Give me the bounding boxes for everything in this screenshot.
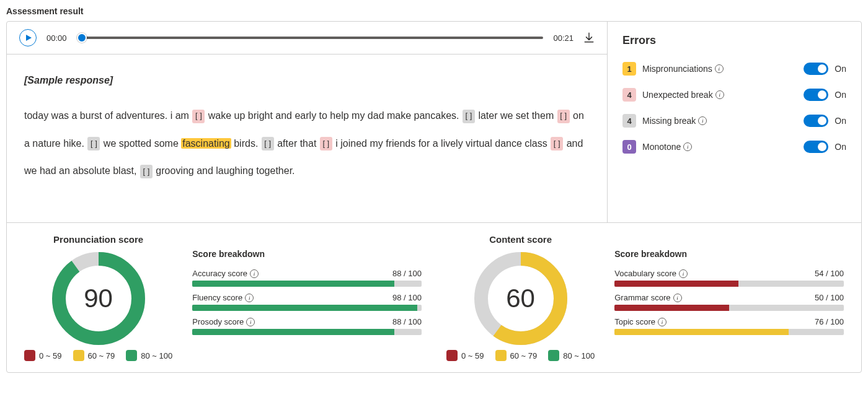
legend-swatch bbox=[126, 350, 137, 361]
info-icon[interactable]: i bbox=[250, 269, 259, 278]
score-title: Content score bbox=[489, 234, 552, 245]
error-left: 1Mispronunciationsi bbox=[622, 62, 724, 76]
breakdown-head: Vocabulary scorei54 / 100 bbox=[614, 269, 844, 278]
scores-row: Pronunciation score900 ~ 5960 ~ 7980 ~ 1… bbox=[7, 222, 861, 372]
info-icon[interactable]: i bbox=[658, 318, 666, 326]
score-breakdown: Score breakdownAccuracy scorei88 / 100Fl… bbox=[192, 234, 422, 361]
score-bar bbox=[192, 305, 422, 311]
score-title: Pronunciation score bbox=[53, 234, 143, 245]
error-left: 4Unexpected breaki bbox=[622, 88, 724, 102]
donut-chart: 90 bbox=[52, 252, 145, 345]
unexpected-break-marker[interactable]: [ ] bbox=[192, 110, 205, 123]
toggle-knob bbox=[818, 142, 826, 151]
unexpected-break-marker[interactable]: [ ] bbox=[557, 110, 570, 123]
error-left: 4Missing breaki bbox=[622, 114, 707, 128]
info-icon[interactable]: i bbox=[683, 142, 692, 151]
missing-break-marker[interactable]: [ ] bbox=[140, 165, 153, 178]
donut-value: 90 bbox=[84, 284, 113, 313]
error-toggle[interactable] bbox=[804, 141, 828, 153]
breakdown-label: Topic scorei bbox=[614, 317, 666, 326]
missing-break-marker[interactable]: [ ] bbox=[262, 137, 274, 150]
breakdown-label: Prosody scorei bbox=[192, 317, 255, 326]
breakdown-label: Grammar scorei bbox=[614, 293, 681, 302]
breakdown-row: Vocabulary scorei54 / 100 bbox=[614, 269, 844, 287]
error-row: 1MispronunciationsiOn bbox=[622, 62, 846, 76]
slider-track bbox=[77, 37, 544, 39]
missing-break-marker[interactable]: [ ] bbox=[463, 110, 475, 123]
errors-list: 1MispronunciationsiOn4Unexpected breakiO… bbox=[622, 62, 846, 154]
error-toggle[interactable] bbox=[804, 89, 828, 101]
breakdown-value: 50 / 100 bbox=[815, 293, 844, 302]
error-toggle[interactable] bbox=[804, 115, 828, 127]
score-bar-fill bbox=[192, 305, 417, 311]
info-icon[interactable]: i bbox=[246, 318, 255, 326]
score-bar-fill bbox=[192, 281, 394, 287]
score-bar-fill bbox=[192, 329, 394, 335]
score-bar-fill bbox=[614, 281, 738, 287]
breakdown-value: 98 / 100 bbox=[392, 293, 422, 302]
toggle-state: On bbox=[835, 116, 846, 126]
breakdown-row: Topic scorei76 / 100 bbox=[614, 317, 844, 335]
score-bar bbox=[192, 281, 422, 287]
info-icon[interactable]: i bbox=[679, 269, 688, 278]
left-column: 00:00 00:21 [Sample response] today was … bbox=[7, 22, 607, 222]
top-row: 00:00 00:21 [Sample response] today was … bbox=[7, 22, 861, 222]
donut-chart: 60 bbox=[474, 252, 567, 345]
legend-label: 0 ~ 59 bbox=[39, 351, 62, 360]
error-label: Monotonei bbox=[642, 142, 692, 152]
breakdown-row: Prosody scorei88 / 100 bbox=[192, 317, 422, 335]
info-icon[interactable]: i bbox=[715, 64, 724, 73]
breakdown-label: Vocabulary scorei bbox=[614, 269, 688, 278]
legend-swatch bbox=[548, 350, 559, 361]
score-main: Pronunciation score900 ~ 5960 ~ 7980 ~ 1… bbox=[24, 234, 422, 361]
score-bar bbox=[192, 329, 422, 335]
donut-side: Content score600 ~ 5960 ~ 7980 ~ 100 bbox=[446, 234, 595, 361]
content-block: Content score600 ~ 5960 ~ 7980 ~ 100Scor… bbox=[446, 234, 844, 361]
error-row: 0MonotoneiOn bbox=[622, 140, 846, 154]
score-bar-fill bbox=[614, 305, 729, 311]
play-icon bbox=[25, 34, 32, 41]
breakdown-row: Fluency scorei98 / 100 bbox=[192, 293, 422, 311]
legend-swatch bbox=[446, 350, 458, 361]
toggle-state: On bbox=[835, 142, 846, 152]
unexpected-break-marker[interactable]: [ ] bbox=[551, 137, 563, 150]
breakdown-label: Fluency scorei bbox=[192, 293, 254, 302]
breakdown-head: Fluency scorei98 / 100 bbox=[192, 293, 422, 302]
donut-side: Pronunciation score900 ~ 5960 ~ 7980 ~ 1… bbox=[24, 234, 172, 361]
audio-player: 00:00 00:21 bbox=[7, 22, 607, 55]
legend-item: 60 ~ 79 bbox=[73, 350, 115, 361]
info-icon[interactable]: i bbox=[698, 116, 707, 125]
info-icon[interactable]: i bbox=[673, 294, 682, 302]
error-row: 4Missing breakiOn bbox=[622, 114, 846, 128]
slider-thumb[interactable] bbox=[77, 33, 87, 43]
assessment-container: 00:00 00:21 [Sample response] today was … bbox=[6, 21, 862, 373]
score-bar-fill bbox=[614, 329, 789, 335]
score-main: Content score600 ~ 5960 ~ 7980 ~ 100Scor… bbox=[446, 234, 844, 361]
seek-slider[interactable] bbox=[77, 32, 544, 44]
breakdown-head: Topic scorei76 / 100 bbox=[614, 317, 844, 326]
play-button[interactable] bbox=[19, 29, 37, 46]
missing-break-marker[interactable]: [ ] bbox=[87, 137, 100, 150]
legend-label: 80 ~ 100 bbox=[141, 351, 172, 360]
download-icon[interactable] bbox=[583, 32, 595, 43]
breakdown-head: Accuracy scorei88 / 100 bbox=[192, 269, 422, 278]
unexpected-break-marker[interactable]: [ ] bbox=[320, 137, 332, 150]
mispronunciation-highlight[interactable]: fascinating bbox=[181, 138, 231, 149]
score-bar bbox=[614, 305, 844, 311]
transcript-area: [Sample response] today was a burst of a… bbox=[7, 55, 607, 222]
info-icon[interactable]: i bbox=[715, 90, 724, 99]
breakdown-head: Prosody scorei88 / 100 bbox=[192, 317, 422, 326]
breakdown-row: Accuracy scorei88 / 100 bbox=[192, 269, 422, 287]
legend-swatch bbox=[495, 350, 507, 361]
legend-item: 0 ~ 59 bbox=[446, 350, 484, 361]
error-count-badge: 4 bbox=[622, 114, 636, 128]
errors-title: Errors bbox=[622, 34, 846, 47]
breakdown-value: 88 / 100 bbox=[392, 269, 422, 278]
breakdown-value: 54 / 100 bbox=[815, 269, 844, 278]
score-bar bbox=[614, 329, 844, 335]
info-icon[interactable]: i bbox=[245, 294, 254, 302]
toggle-knob bbox=[818, 64, 826, 73]
error-count-badge: 1 bbox=[622, 62, 636, 76]
error-label: Unexpected breaki bbox=[642, 90, 724, 100]
error-toggle[interactable] bbox=[804, 63, 828, 75]
